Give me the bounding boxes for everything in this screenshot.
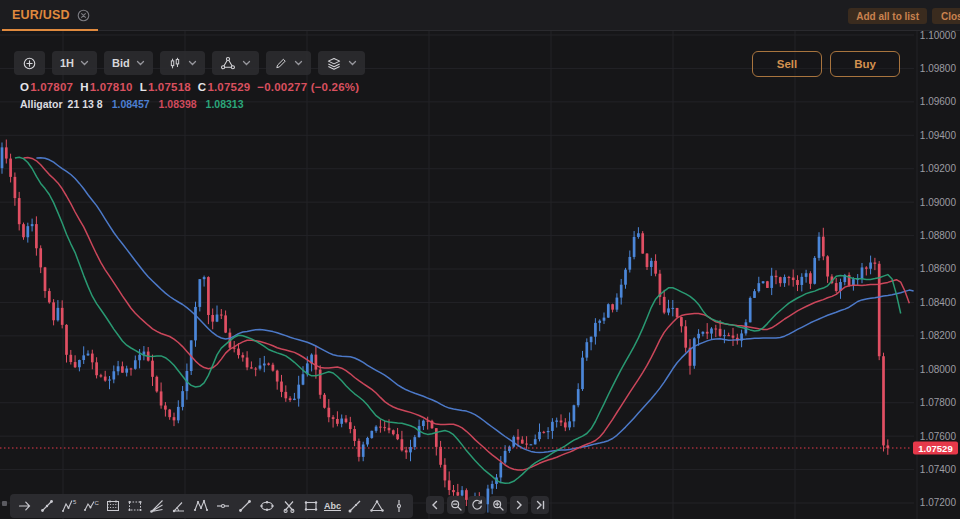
text-tool-icon[interactable]: Abc [322,495,343,517]
circle-plus-icon [22,56,37,71]
zoom-in-button[interactable] [489,496,507,514]
pencil-icon [274,56,288,71]
chevron-down-icon [80,60,89,66]
close-value: 1.07529 [207,81,250,93]
high-label: H [80,81,89,93]
alligator-legend: Alligator 21 13 8 1.08457 1.08398 1.0831… [20,98,253,110]
svg-text:1.09800: 1.09800 [920,63,957,74]
angle-tool-icon[interactable] [168,495,189,517]
svg-text:1.08600: 1.08600 [920,263,957,274]
chevron-down-icon [294,60,303,66]
svg-text:1.09600: 1.09600 [920,96,957,107]
elliott-correction-wave-icon[interactable]: C [80,495,101,517]
svg-text:1.07400: 1.07400 [920,464,957,475]
chart-type-select[interactable] [160,51,205,75]
elliott-impulse-wave-icon[interactable]: 5 [58,495,79,517]
chevron-down-icon [188,60,197,66]
scroll-right-button[interactable] [510,496,528,514]
add-all-to-list-button[interactable]: Add all to list [848,8,927,24]
high-value: 1.07810 [90,81,133,93]
rectangle-icon[interactable] [300,495,321,517]
chevron-right-icon [513,499,525,511]
pitchfork-icon[interactable] [278,495,299,517]
price-type-label: Bid [112,57,130,69]
chart-toolbar: 1H Bid [14,51,365,75]
jump-to-latest-button[interactable] [531,496,549,514]
svg-text:1.10000: 1.10000 [920,31,957,41]
layers-button[interactable] [318,51,365,75]
svg-text:1.08800: 1.08800 [920,230,957,241]
close-button[interactable]: Close [932,8,960,24]
ray-icon[interactable] [344,495,365,517]
xabcd-pattern-icon[interactable] [190,495,211,517]
indicator-name: Alligator [20,98,63,110]
fibonacci-retracement-icon[interactable] [102,495,123,517]
trade-buttons: Sell Buy [752,51,900,77]
svg-text:1.08400: 1.08400 [920,297,957,308]
chevron-down-icon [136,60,145,66]
svg-text:1.07800: 1.07800 [920,397,957,408]
svg-text:1.07529: 1.07529 [918,443,952,454]
low-value: 1.07518 [148,81,191,93]
close-label: C [198,81,207,93]
open-label: O [20,81,29,93]
alligator-lips-value: 1.08313 [206,98,244,110]
chevron-down-icon [348,60,357,66]
ohlc-legend: O 1.07807 H 1.07810 L 1.07518 C 1.07529 … [20,81,366,93]
alligator-teeth-value: 1.08398 [159,98,197,110]
chevron-down-icon [242,60,251,66]
svg-text:1.09200: 1.09200 [920,163,957,174]
svg-text:1.07600: 1.07600 [920,431,957,442]
zoom-out-icon [450,499,462,511]
zoom-out-button[interactable] [447,496,465,514]
refresh-icon [471,499,483,511]
vertical-line-icon[interactable] [388,495,409,517]
trend-line-icon[interactable] [234,495,255,517]
cursor-arrow-icon[interactable] [14,495,35,517]
drawing-toolbar: 5 C [10,494,413,518]
toolbar-drag-handle[interactable] [2,501,7,506]
horizontal-line-icon[interactable] [212,495,233,517]
tab-bar: EUR/USD Add all to list Close [0,0,960,31]
trend-segment-icon[interactable] [36,495,57,517]
zoom-in-icon [492,499,504,511]
chart-navigation [426,496,549,514]
price-type-select[interactable]: Bid [104,51,153,75]
indicators-button[interactable] [212,51,259,75]
chevron-left-icon [429,499,441,511]
candlestick-icon [168,56,182,71]
change-value: −0.00277 (−0.26%) [257,81,359,93]
timeframe-select[interactable]: 1H [52,51,97,75]
triangle-icon[interactable] [366,495,387,517]
timeframe-label: 1H [60,57,74,69]
chart-area[interactable]: 1.075291.100001.098001.096001.094001.092… [0,31,960,519]
ellipse-icon[interactable] [256,495,277,517]
svg-text:1.07200: 1.07200 [920,497,957,508]
skip-to-end-icon [534,499,546,511]
alligator-jaw-value: 1.08457 [112,98,150,110]
fan-icon[interactable] [146,495,167,517]
svg-text:1.09000: 1.09000 [920,197,957,208]
indicators-icon [220,56,236,71]
draw-tools-button[interactable] [266,51,311,75]
svg-text:1.09400: 1.09400 [920,130,957,141]
svg-text:C: C [94,500,99,506]
svg-text:1.08200: 1.08200 [920,330,957,341]
sell-button[interactable]: Sell [752,51,822,77]
svg-text:5: 5 [73,499,77,505]
low-label: L [140,81,147,93]
tab-label: EUR/USD [12,8,70,22]
svg-text:1.08000: 1.08000 [920,364,957,375]
reset-view-button[interactable] [468,496,486,514]
fibonacci-expansion-icon[interactable] [124,495,145,517]
close-icon[interactable] [77,9,90,22]
crosshair-button[interactable] [14,51,45,75]
indicator-params: 21 13 8 [68,98,103,110]
tab-eurusd[interactable]: EUR/USD [0,0,102,30]
buy-button[interactable]: Buy [830,51,900,77]
layers-icon [326,56,342,71]
scroll-left-button[interactable] [426,496,444,514]
open-value: 1.07807 [30,81,73,93]
